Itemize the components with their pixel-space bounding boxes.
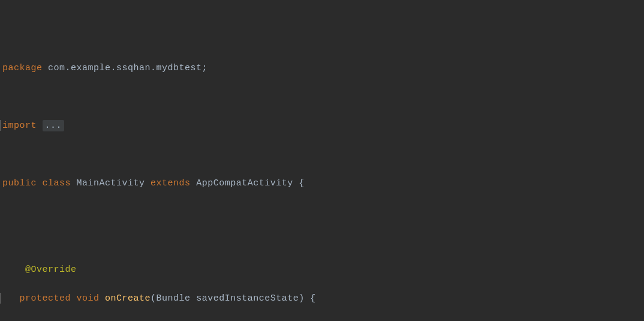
fold-indicator[interactable] bbox=[0, 120, 1, 131]
method-onCreate: onCreate bbox=[105, 293, 151, 304]
keyword-extends: extends bbox=[151, 178, 191, 188]
code-line-9[interactable]: protected void onCreate(Bundle savedInst… bbox=[2, 292, 644, 306]
code-line-7[interactable] bbox=[2, 234, 644, 248]
keyword-class: class bbox=[43, 178, 71, 188]
keyword-public: public bbox=[2, 178, 37, 188]
code-line-5[interactable]: public class MainActivity extends AppCom… bbox=[2, 176, 644, 191]
fold-indicator[interactable] bbox=[0, 293, 1, 304]
keyword-import: import bbox=[2, 121, 37, 131]
code-line-2[interactable] bbox=[2, 90, 644, 104]
code-line-4[interactable] bbox=[2, 148, 644, 162]
brace-open: { bbox=[310, 293, 316, 304]
brace-open: { bbox=[299, 178, 305, 188]
paren-open: ( bbox=[151, 293, 157, 304]
code-line-3[interactable]: import ... bbox=[2, 119, 644, 133]
import-collapsed-block[interactable]: ... bbox=[43, 120, 65, 131]
param-type: Bundle bbox=[157, 293, 191, 304]
super-class: AppCompatActivity bbox=[196, 178, 293, 188]
class-name: MainActivity bbox=[77, 178, 145, 188]
code-line-6[interactable] bbox=[2, 205, 644, 220]
keyword-protected: protected bbox=[20, 293, 71, 304]
code-line-8[interactable]: @Override bbox=[2, 263, 644, 277]
semicolon: ; bbox=[202, 63, 208, 73]
package-path: com.example.ssqhan.mydbtest bbox=[48, 63, 202, 73]
paren-close: ) bbox=[299, 293, 305, 304]
annotation-override: @Override bbox=[25, 265, 77, 275]
code-line-1[interactable]: package com.example.ssqhan.mydbtest; bbox=[2, 61, 644, 76]
keyword-package: package bbox=[2, 63, 43, 73]
keyword-void: void bbox=[77, 293, 100, 304]
param-name: savedInstanceState bbox=[196, 293, 299, 304]
